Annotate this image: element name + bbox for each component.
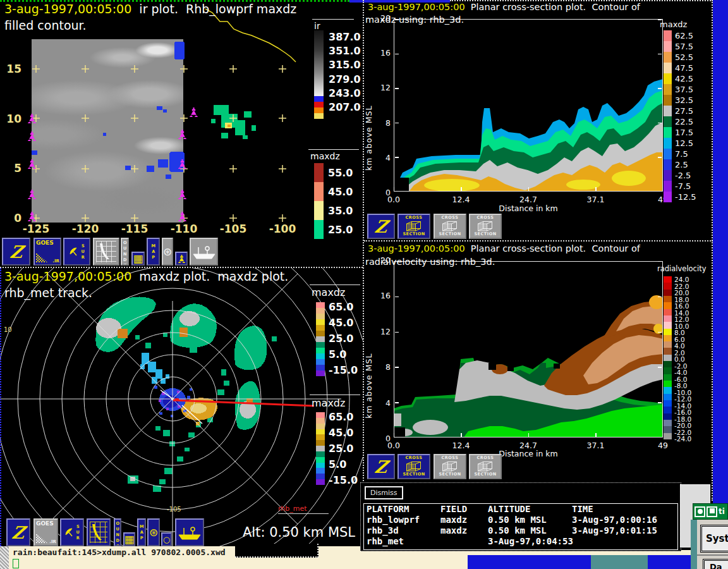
colorbar-segment bbox=[664, 335, 672, 341]
colorbar-segment bbox=[314, 220, 324, 239]
x-tick-marks bbox=[394, 187, 663, 191]
colorbar-segment bbox=[664, 276, 672, 283]
plot-title-line1: 3-aug-1997,00:05:00 Planar cross-section… bbox=[368, 243, 640, 254]
colorbar-segment bbox=[316, 434, 325, 440]
bounds-button[interactable]: BOUNDS bbox=[121, 238, 129, 266]
y-tick-label: 8 bbox=[385, 118, 391, 128]
radar-dish-icon bbox=[69, 247, 79, 257]
map-button[interactable]: MAP bbox=[137, 518, 146, 546]
timestamp: 3-aug-1997,00:05:00 bbox=[4, 269, 131, 283]
cross-section-button[interactable]: CROSS SECTION bbox=[469, 454, 502, 479]
x-tick-label: 0.0 bbox=[384, 195, 404, 204]
colorbar-tick-label: 0.0 bbox=[674, 356, 691, 363]
cross-section-button[interactable]: CROSS SECTION bbox=[469, 214, 502, 239]
radar-ppi-display[interactable] bbox=[0, 268, 363, 546]
buoy-button[interactable] bbox=[175, 252, 188, 266]
titlebar-menu-button[interactable] bbox=[707, 506, 717, 517]
colorbar-tick-label: 55.0 bbox=[328, 163, 353, 182]
colorbar-tick-label: 279.0 bbox=[329, 73, 361, 85]
colorbar-tick-label: 65.0 bbox=[329, 301, 358, 313]
colorbar-segment bbox=[664, 283, 672, 289]
goes-ir-button[interactable]: GOES .IR bbox=[33, 518, 58, 546]
panel-radialvelocity-cross-section[interactable]: 3-aug-1997,00:05:00 Planar cross-section… bbox=[364, 242, 713, 482]
colorbar-tick-label: 45.0 bbox=[329, 317, 358, 329]
colorbar-segment bbox=[664, 322, 672, 328]
colorbar-segment bbox=[664, 361, 672, 367]
gear-button[interactable]: ⊛ bbox=[147, 518, 160, 546]
timestamp: 3-aug-1997,00:05:00 bbox=[4, 2, 131, 16]
table-row: rhb_lowprfmaxdz0.50 km MSL3-Aug-97,0:00:… bbox=[364, 515, 677, 525]
gear-icon: ⊛ bbox=[149, 527, 158, 538]
system-window[interactable]: Syste bbox=[697, 520, 728, 554]
zebra-logo-button[interactable]: Z bbox=[6, 518, 30, 546]
colorbar-segment bbox=[664, 63, 672, 73]
data-window[interactable]: Da bbox=[697, 554, 728, 569]
colorbar-segment bbox=[664, 73, 672, 84]
goes-ir-icon: GOES .IR bbox=[35, 239, 60, 264]
sur-label: SUR bbox=[76, 524, 80, 541]
x-tick-label: 37.1 bbox=[586, 195, 606, 204]
map-button[interactable]: MAP bbox=[147, 238, 160, 266]
section-label: SECTION bbox=[403, 232, 425, 237]
titlebar-iconify-button[interactable] bbox=[695, 506, 705, 517]
cross-section-button[interactable]: CROSS SECTION bbox=[434, 214, 466, 239]
timestamp: 3-aug-1997,00:05:00 bbox=[368, 2, 465, 12]
table-cell: 0.50 km MSL bbox=[488, 525, 572, 536]
title-text: ir plot. Rhb_lowprf maxdz bbox=[131, 2, 296, 16]
ir-colorbar-extras bbox=[314, 96, 324, 119]
cross-section-button[interactable]: CROSS SECTION bbox=[434, 454, 466, 479]
colorbar-ticks-1: 65.045.025.05.0-15.0 bbox=[329, 301, 358, 376]
cross-section-button-active[interactable]: CROSS SECTION bbox=[397, 214, 430, 239]
cube-icon bbox=[442, 221, 458, 232]
colorbar-segment bbox=[314, 201, 324, 220]
gear-button[interactable]: ⊛ bbox=[162, 238, 173, 266]
colorbar-segment bbox=[664, 394, 672, 400]
panel-maxdz-cross-section[interactable]: 3-aug-1997,00:05:00 Planar cross-section… bbox=[364, 0, 713, 240]
grid-small-button[interactable]: ▦ bbox=[123, 532, 135, 546]
table-cell: 3-Aug-97,0:00:16 bbox=[572, 515, 677, 525]
circle-button[interactable]: ○ bbox=[161, 532, 172, 546]
ship-button[interactable] bbox=[190, 238, 218, 266]
altitude-readout: Alt: 0.50 km MSL bbox=[243, 525, 355, 540]
latlon-grid-crosses bbox=[32, 65, 286, 222]
time-window-titlebar[interactable]: ti bbox=[693, 503, 728, 520]
surveillance-radar-button[interactable]: SUR bbox=[63, 238, 90, 266]
maxdz-colorbar-label: maxdz bbox=[310, 151, 340, 161]
desktop-background bbox=[713, 0, 728, 569]
grid-icon bbox=[96, 241, 116, 262]
colorbar-tick-label: -20.0 bbox=[674, 422, 691, 429]
field-info-window[interactable]: Dismiss PLATFORM FIELD ALTITUDE TIME rhb… bbox=[360, 482, 681, 551]
y-tick-label: 16 bbox=[380, 48, 391, 58]
bounds-button[interactable]: BOUNDS bbox=[114, 518, 121, 546]
dismiss-button[interactable]: Dismiss bbox=[365, 486, 403, 499]
zebra-logo-button[interactable]: Z bbox=[367, 214, 395, 239]
colorbar-tick-label: -15.0 bbox=[329, 474, 358, 486]
x-axis-title: Distance in km bbox=[478, 204, 579, 213]
colorbar-segment bbox=[316, 308, 325, 314]
cross-section-button-active[interactable]: CROSS SECTION bbox=[397, 454, 430, 479]
goes-ir-button[interactable]: GOES .IR bbox=[33, 238, 61, 266]
colorbar-tick-label: 25.0 bbox=[329, 443, 358, 455]
colorbar-divider bbox=[312, 19, 354, 20]
cross-label: CROSS bbox=[477, 456, 494, 461]
terminal-scrollbar[interactable] bbox=[0, 546, 9, 569]
y-axis-labels: 201612840 bbox=[372, 255, 391, 443]
colorbar-tick-label: -15.0 bbox=[329, 364, 358, 376]
survey-grid-button[interactable] bbox=[93, 238, 119, 266]
grid-small-button[interactable]: ▦ bbox=[131, 252, 145, 266]
panel-maxdz-ppi-plot[interactable]: 3-aug-1997,00:05:00 maxdz plot. maxdz pl… bbox=[0, 268, 363, 546]
colorbar-tick-label: -12.5 bbox=[675, 192, 696, 202]
zebra-logo-button[interactable]: Z bbox=[367, 454, 395, 479]
colorbar-segment bbox=[664, 420, 672, 426]
colorbar-tick-label: 25.0 bbox=[329, 333, 358, 345]
table-cell bbox=[440, 536, 488, 547]
survey-grid-button[interactable] bbox=[87, 518, 111, 546]
surveillance-radar-button[interactable]: SUR bbox=[60, 518, 84, 546]
ship-button[interactable] bbox=[175, 518, 204, 546]
ir-colorbar-label: ir bbox=[314, 21, 320, 31]
zebra-logo-button[interactable]: Z bbox=[2, 238, 30, 266]
colorbar-segment bbox=[664, 407, 672, 413]
desktop-strip-blue bbox=[468, 555, 691, 569]
plot-frame bbox=[394, 19, 663, 192]
panel-ir-satellite-plot[interactable]: 3-aug-1997,00:05:00 ir plot. Rhb_lowprf … bbox=[0, 0, 363, 267]
